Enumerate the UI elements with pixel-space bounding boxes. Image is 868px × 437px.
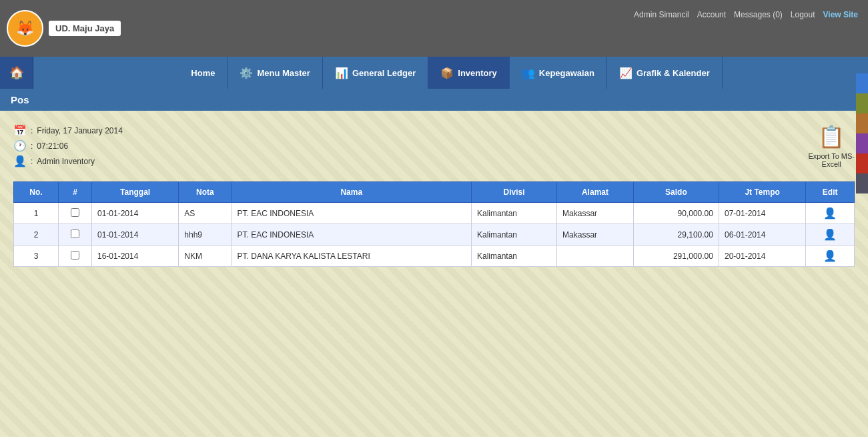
col-edit: Edit: [806, 182, 855, 203]
nav-inventory[interactable]: 📦 Inventory: [428, 57, 510, 89]
col-jt-tempo: Jt Tempo: [719, 182, 805, 203]
cell-no: 2: [14, 224, 59, 246]
col-nama: Nama: [232, 182, 471, 203]
table-row: 2 01-01-2014 hhh9 PT. EAC INDONESIA Kali…: [14, 224, 855, 246]
cell-tanggal: 16-01-2014: [91, 246, 178, 267]
nav-kepegawaian[interactable]: 👥 Kepegawaian: [510, 57, 607, 89]
swatch-olive[interactable]: [856, 93, 868, 113]
cell-tanggal: 01-01-2014: [91, 203, 178, 224]
cell-divisi: Kalimantan: [472, 224, 557, 246]
messages-link[interactable]: Messages (0): [734, 10, 783, 19]
top-bar: 🦊 UD. Maju Jaya Admin Simancil Account M…: [0, 0, 868, 57]
nav-menu-master[interactable]: ⚙️ Menu Master: [228, 57, 322, 89]
col-alamat: Alamat: [557, 182, 634, 203]
col-hash: #: [59, 182, 92, 203]
gear-icon: ⚙️: [240, 67, 253, 79]
cell-checkbox[interactable]: [59, 246, 92, 267]
top-right-links: Admin Simancil Account Messages (0) Logo…: [634, 10, 858, 19]
cell-edit[interactable]: 👤: [806, 224, 855, 246]
info-section: 📅 : Friday, 17 January 2014 🕐 : 07:21:06…: [13, 124, 855, 168]
edit-button[interactable]: 👤: [823, 228, 837, 241]
cell-tanggal: 01-01-2014: [91, 224, 178, 246]
menu-master-label: Menu Master: [257, 68, 310, 78]
cell-nama: PT. DANA KARYA KALISTA LESTARI: [232, 246, 471, 267]
nav-bar: 🏠 Home ⚙️ Menu Master 📊 General Ledger 📦…: [0, 57, 868, 89]
export-icon: 📋: [818, 124, 845, 149]
view-site-link[interactable]: View Site: [823, 10, 858, 19]
table-row: 3 16-01-2014 NKM PT. DANA KARYA KALISTA …: [14, 246, 855, 267]
col-saldo: Saldo: [633, 182, 719, 203]
page-title: Pos: [0, 89, 868, 111]
grafik-label: Grafik & Kalender: [636, 68, 710, 78]
swatch-brown[interactable]: [856, 113, 868, 133]
main-content: 📅 : Friday, 17 January 2014 🕐 : 07:21:06…: [0, 111, 868, 437]
site-name: UD. Maju Jaya: [49, 21, 121, 36]
cell-alamat: [557, 246, 634, 267]
inventory-icon: 📦: [440, 67, 454, 79]
cell-divisi: Kalimantan: [472, 246, 557, 267]
cell-nota: hhh9: [179, 224, 232, 246]
date-separator: :: [31, 126, 33, 135]
cell-checkbox[interactable]: [59, 224, 92, 246]
edit-button[interactable]: 👤: [823, 250, 837, 262]
cell-edit[interactable]: 👤: [806, 203, 855, 224]
nav-general-ledger[interactable]: 📊 General Ledger: [323, 57, 428, 89]
time-separator: :: [31, 141, 33, 151]
info-left: 📅 : Friday, 17 January 2014 🕐 : 07:21:06…: [13, 124, 123, 168]
edit-button[interactable]: 👤: [823, 207, 837, 220]
cell-edit[interactable]: 👤: [806, 246, 855, 267]
logo-icon: 🦊: [7, 10, 43, 47]
user-value: Admin Inventory: [37, 157, 95, 166]
kepegawaian-icon: 👥: [522, 67, 535, 79]
user-icon: 👤: [13, 155, 27, 167]
cell-alamat: Makassar: [557, 203, 634, 224]
general-ledger-label: General Ledger: [352, 68, 416, 78]
cell-jt-tempo: 20-01-2014: [719, 246, 805, 267]
swatch-red[interactable]: [856, 153, 868, 173]
cell-saldo: 29,100.00: [633, 224, 719, 246]
ledger-icon: 📊: [335, 67, 348, 79]
logo-area: 🦊 UD. Maju Jaya: [7, 10, 121, 47]
cell-saldo: 291,000.00: [633, 246, 719, 267]
user-row: 👤 : Admin Inventory: [13, 155, 123, 167]
nav-items: Home ⚙️ Menu Master 📊 General Ledger 📦 I…: [33, 57, 868, 89]
clock-icon: 🕐: [13, 139, 27, 152]
logout-link[interactable]: Logout: [791, 10, 815, 19]
date-row: 📅 : Friday, 17 January 2014: [13, 124, 123, 137]
cell-divisi: Kalimantan: [472, 203, 557, 224]
cell-nota: AS: [179, 203, 232, 224]
cell-alamat: Makassar: [557, 224, 634, 246]
swatch-blue[interactable]: [856, 73, 868, 93]
user-separator: :: [31, 157, 33, 166]
account-link[interactable]: Account: [697, 10, 726, 19]
data-table: No. # Tanggal Nota Nama Divisi Alamat Sa…: [13, 181, 855, 267]
inventory-label: Inventory: [458, 68, 497, 78]
export-button[interactable]: 📋 Export To MS-Excell: [809, 124, 855, 168]
home-label: Home: [191, 68, 215, 78]
col-no: No.: [14, 182, 59, 203]
cell-no: 3: [14, 246, 59, 267]
cell-checkbox[interactable]: [59, 203, 92, 224]
cell-jt-tempo: 06-01-2014: [719, 224, 805, 246]
cell-nama: PT. EAC INDONESIA: [232, 203, 471, 224]
cell-jt-tempo: 07-01-2014: [719, 203, 805, 224]
cell-no: 1: [14, 203, 59, 224]
col-tanggal: Tanggal: [91, 182, 178, 203]
home-button[interactable]: 🏠: [0, 57, 33, 89]
swatch-dark[interactable]: [856, 173, 868, 193]
nav-grafik[interactable]: 📈 Grafik & Kalender: [607, 57, 723, 89]
grafik-icon: 📈: [619, 67, 632, 79]
time-row: 🕐 : 07:21:06: [13, 139, 123, 152]
calendar-icon: 📅: [13, 124, 27, 137]
table-row: 1 01-01-2014 AS PT. EAC INDONESIA Kalima…: [14, 203, 855, 224]
table-header-row: No. # Tanggal Nota Nama Divisi Alamat Sa…: [14, 182, 855, 203]
admin-label: Admin Simancil: [634, 10, 689, 19]
col-nota: Nota: [179, 182, 232, 203]
col-divisi: Divisi: [472, 182, 557, 203]
swatch-purple[interactable]: [856, 133, 868, 153]
right-swatches: [856, 73, 868, 193]
export-label: Export To MS-Excell: [809, 152, 855, 168]
time-value: 07:21:06: [37, 141, 68, 151]
kepegawaian-label: Kepegawaian: [539, 68, 594, 78]
nav-home[interactable]: Home: [179, 57, 228, 89]
